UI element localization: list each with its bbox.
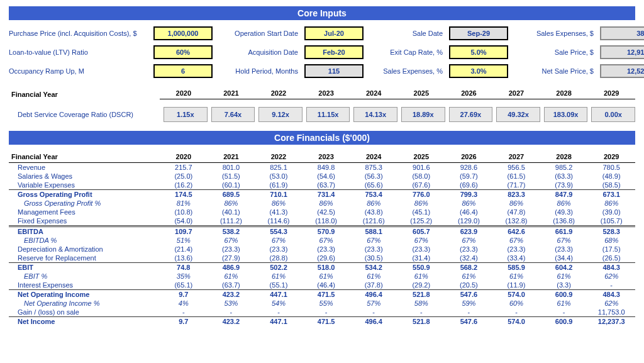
fin-cell: 823.3 bbox=[492, 189, 540, 199]
fy-label: Financial Year bbox=[9, 91, 160, 98]
fin-cell: (129.0) bbox=[445, 216, 493, 225]
fin-cell: 57% bbox=[350, 299, 397, 308]
fin-row-label: Net Operating Income bbox=[9, 289, 160, 299]
fin-cell: 496.4 bbox=[350, 289, 397, 299]
fin-cell: 547.6 bbox=[445, 316, 493, 326]
fin-cell: 61% bbox=[350, 272, 397, 281]
fin-row-label: Net Income bbox=[9, 316, 160, 326]
fin-cell: 67% bbox=[208, 236, 255, 245]
fin-cell: (60.1) bbox=[208, 181, 255, 189]
dscr-cell: 11.15x bbox=[306, 107, 350, 122]
fin-cell: 55% bbox=[303, 299, 350, 308]
fin-cell: (136.8) bbox=[540, 216, 588, 225]
fin-cell: (25.0) bbox=[160, 172, 208, 181]
fin-cell: (63.7) bbox=[303, 181, 350, 189]
input-op-start[interactable]: Jul-20 bbox=[304, 26, 364, 40]
label-net-sale: Net Sale Price, $ bbox=[506, 67, 600, 75]
label-ltv: Loan-to-value (LTV) Ratio bbox=[9, 48, 153, 56]
fin-cell: (71.7) bbox=[492, 181, 540, 189]
fin-cell: 985.2 bbox=[540, 163, 588, 172]
fin-cell: 67% bbox=[445, 236, 493, 245]
fin-cell: 447.1 bbox=[255, 316, 303, 326]
fin-row-label: Revenue bbox=[9, 163, 160, 172]
fin-cell: 471.5 bbox=[303, 289, 350, 299]
fin-row-label: Interest Expenses bbox=[9, 281, 160, 289]
fin-cell: (23.3) bbox=[492, 245, 540, 254]
fin-cell: (31.4) bbox=[397, 254, 445, 262]
fin-cell: 68% bbox=[587, 236, 635, 245]
fin-cell: - bbox=[350, 308, 397, 316]
fin-cell: 81% bbox=[160, 199, 208, 208]
fin-cell: 689.5 bbox=[208, 189, 255, 199]
fin-cell: 174.5 bbox=[160, 189, 208, 199]
section-core-financials: Core Financials ($'000) bbox=[9, 131, 635, 145]
fin-cell: 825.1 bbox=[255, 163, 303, 172]
fin-row-label: Gross Operating Profit bbox=[9, 189, 160, 199]
label-acq-date: Acquisition Date bbox=[223, 48, 304, 56]
input-hold[interactable]: 115 bbox=[304, 64, 364, 78]
input-occupancy[interactable]: 6 bbox=[153, 64, 213, 78]
dscr-cell: 7.64x bbox=[211, 107, 255, 122]
fy-year: 2026 bbox=[445, 89, 493, 99]
label-occupancy: Occupancy Ramp Up, M bbox=[9, 67, 153, 75]
fin-cell: 801.0 bbox=[208, 163, 255, 172]
fin-header-year: 2023 bbox=[303, 151, 350, 163]
fin-cell: 86% bbox=[303, 199, 350, 208]
fin-cell: 604.2 bbox=[540, 262, 588, 272]
fin-cell: 60% bbox=[492, 299, 540, 308]
fin-cell: 471.5 bbox=[303, 316, 350, 326]
fin-cell: (105.7) bbox=[587, 216, 635, 225]
fin-cell: (3.3) bbox=[540, 281, 588, 289]
fin-cell: 661.9 bbox=[540, 225, 588, 236]
fin-cell: (23.3) bbox=[208, 245, 255, 254]
fin-cell: (23.3) bbox=[445, 245, 493, 254]
fy-year: 2022 bbox=[255, 89, 303, 99]
fin-cell: (28.8) bbox=[255, 254, 303, 262]
fin-cell: 600.9 bbox=[540, 316, 588, 326]
fin-cell: 928.6 bbox=[445, 163, 493, 172]
fin-cell: 528.3 bbox=[587, 225, 635, 236]
fin-cell: 9.7 bbox=[160, 316, 208, 326]
input-sales-exp-pct[interactable]: 3.0% bbox=[449, 64, 508, 78]
fin-cell: 710.1 bbox=[255, 189, 303, 199]
fin-cell: (23.3) bbox=[540, 245, 588, 254]
input-exit-cap[interactable]: 5.0% bbox=[449, 45, 508, 59]
fin-cell: 605.7 bbox=[397, 225, 445, 236]
label-purchase-price: Purchase Price (incl. Acquisition Costs)… bbox=[9, 30, 153, 37]
result-sales-exp: 387,446 bbox=[600, 26, 644, 40]
fin-cell: 538.2 bbox=[208, 225, 255, 236]
fin-cell: 547.6 bbox=[445, 289, 493, 299]
fin-cell: (23.3) bbox=[255, 245, 303, 254]
inputs-grid: Purchase Price (incl. Acquisition Costs)… bbox=[9, 26, 635, 78]
label-exit-cap: Exit Cap Rate, % bbox=[361, 48, 449, 56]
dscr-cell: 0.00x bbox=[591, 107, 635, 122]
fin-cell: 58% bbox=[397, 299, 445, 308]
dscr-cell: 9.12x bbox=[258, 107, 303, 122]
dscr-cell: 18.89x bbox=[401, 107, 445, 122]
label-sales-exp-pct: Sales Expenses, % bbox=[361, 67, 449, 75]
fin-row-label: Fixed Expenses bbox=[9, 216, 160, 225]
input-sale-date[interactable]: Sep-29 bbox=[449, 26, 508, 40]
fin-cell: 799.3 bbox=[445, 189, 493, 199]
fin-cell: (46.4) bbox=[445, 208, 493, 216]
section-core-inputs: Core Inputs bbox=[9, 6, 635, 20]
fin-row-label: Salaries & Wages bbox=[9, 172, 160, 181]
fin-cell: 588.1 bbox=[350, 225, 397, 236]
fin-cell: (49.3) bbox=[540, 208, 588, 216]
fin-cell: (46.4) bbox=[303, 281, 350, 289]
fin-cell: (51.5) bbox=[208, 172, 255, 181]
input-acq-date[interactable]: Feb-20 bbox=[304, 45, 364, 59]
input-purchase-price[interactable]: 1,000,000 bbox=[153, 26, 213, 40]
fin-cell: - bbox=[445, 308, 493, 316]
fin-cell: (69.6) bbox=[445, 181, 493, 189]
fin-cell: 776.0 bbox=[397, 189, 445, 199]
fin-cell: - bbox=[492, 308, 540, 316]
fin-cell: 484.3 bbox=[587, 262, 635, 272]
fin-cell: 74.8 bbox=[160, 262, 208, 272]
fin-cell: (23.3) bbox=[303, 245, 350, 254]
fin-cell: 53% bbox=[208, 299, 255, 308]
fin-cell: (26.5) bbox=[587, 254, 635, 262]
fin-cell: 86% bbox=[208, 199, 255, 208]
input-ltv[interactable]: 60% bbox=[153, 45, 213, 59]
fin-cell: (114.6) bbox=[255, 216, 303, 225]
